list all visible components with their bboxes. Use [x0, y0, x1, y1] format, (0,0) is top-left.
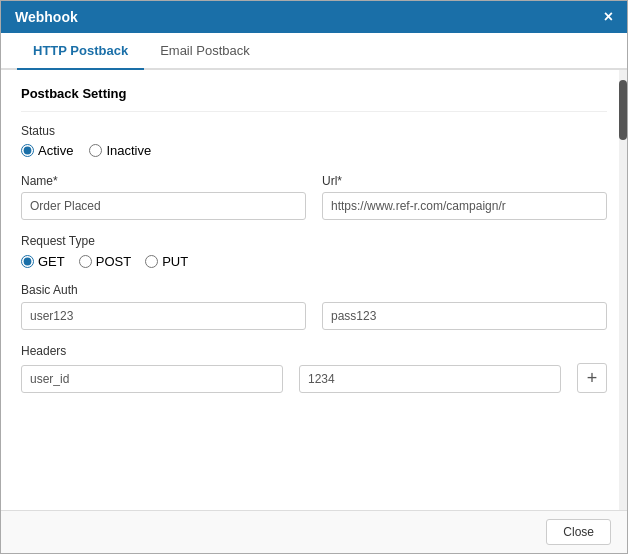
request-type-label: Request Type [21, 234, 607, 248]
request-post-label: POST [96, 254, 131, 269]
footer-close-button[interactable]: Close [546, 519, 611, 545]
headers-label: Headers [21, 344, 607, 358]
password-input[interactable] [322, 302, 607, 330]
status-radio-group: Active Inactive [21, 143, 607, 158]
scrollbar-thumb[interactable] [619, 80, 627, 140]
divider [21, 111, 607, 112]
tab-http-postback[interactable]: HTTP Postback [17, 33, 144, 70]
status-active-radio[interactable] [21, 144, 34, 157]
request-type-section: Request Type GET POST PUT [21, 234, 607, 269]
basic-auth-label: Basic Auth [21, 283, 607, 297]
add-header-button[interactable]: + [577, 363, 607, 393]
url-input[interactable] [322, 192, 607, 220]
username-group [21, 302, 306, 330]
request-post-option[interactable]: POST [79, 254, 131, 269]
header-key-group [21, 365, 283, 393]
modal-close-button[interactable]: × [604, 9, 613, 25]
scrollbar-track [619, 70, 627, 510]
url-group: Url* [322, 174, 607, 220]
request-put-option[interactable]: PUT [145, 254, 188, 269]
status-inactive-label: Inactive [106, 143, 151, 158]
request-post-radio[interactable] [79, 255, 92, 268]
header-key-input[interactable] [21, 365, 283, 393]
password-group [322, 302, 607, 330]
name-label: Name* [21, 174, 306, 188]
status-active-label: Active [38, 143, 73, 158]
request-put-radio[interactable] [145, 255, 158, 268]
header-val-input[interactable] [299, 365, 561, 393]
modal-body: Postback Setting Status Active Inactive [1, 70, 627, 423]
tab-email-postback[interactable]: Email Postback [144, 33, 266, 70]
request-get-label: GET [38, 254, 65, 269]
webhook-modal: Webhook × HTTP Postback Email Postback P… [0, 0, 628, 554]
header-val-group [299, 365, 561, 393]
url-label: Url* [322, 174, 607, 188]
name-url-row: Name* Url* [21, 174, 607, 220]
request-get-option[interactable]: GET [21, 254, 65, 269]
modal-header: Webhook × [1, 1, 627, 33]
name-group: Name* [21, 174, 306, 220]
status-inactive-option[interactable]: Inactive [89, 143, 151, 158]
content-area: Postback Setting Status Active Inactive [1, 70, 627, 423]
tabs-bar: HTTP Postback Email Postback [1, 33, 627, 70]
request-type-radio-group: GET POST PUT [21, 254, 607, 269]
modal-title: Webhook [15, 9, 78, 25]
request-put-label: PUT [162, 254, 188, 269]
request-get-radio[interactable] [21, 255, 34, 268]
name-input[interactable] [21, 192, 306, 220]
status-active-option[interactable]: Active [21, 143, 73, 158]
section-title: Postback Setting [21, 86, 607, 101]
headers-row: + [21, 363, 607, 393]
basic-auth-row [21, 302, 607, 330]
status-inactive-radio[interactable] [89, 144, 102, 157]
modal-body-wrapper: Postback Setting Status Active Inactive [1, 70, 627, 510]
username-input[interactable] [21, 302, 306, 330]
modal-footer: Close [1, 510, 627, 553]
status-label: Status [21, 124, 607, 138]
